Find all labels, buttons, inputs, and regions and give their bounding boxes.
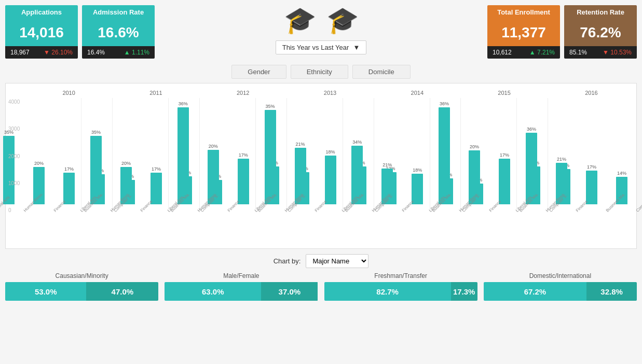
- applications-value: 14,016: [5, 19, 78, 46]
- year-label-2014: 2014: [375, 90, 459, 96]
- applications-footer: 18,967 ▼ 26.10%: [5, 46, 78, 59]
- ratio-bar: 53.0%47.0%: [5, 282, 158, 301]
- center-area: 🎓 🎓 This Year vs Last Year ▼: [159, 5, 483, 54]
- admission-header: Admission Rate: [82, 5, 155, 19]
- graduate-female-icon: 🎓: [284, 5, 316, 35]
- bar-col: 21%Human Reso.: [286, 98, 315, 212]
- bar-col: 18%Finance: [316, 98, 345, 212]
- bar-col: 17%Finance: [55, 98, 84, 212]
- ratio-label: Freshman/Transfer: [324, 272, 477, 279]
- year-selector[interactable]: This Year vs Last Year ▼: [276, 40, 367, 54]
- enrollment-card: Total Enrollment 11,377 10,612 ▲ 7.21%: [487, 5, 560, 59]
- retention-header: Retention Rate: [564, 5, 637, 19]
- bar-col: 17%Finance: [229, 98, 257, 212]
- ratio-bar: 67.2%32.8%: [484, 282, 637, 301]
- bar-col: 36%Liberal Arts: [169, 98, 197, 212]
- grad-icons: 🎓 🎓: [284, 5, 359, 35]
- bar-col: 17%Finance: [142, 98, 170, 212]
- ratio-card: Causasian/Minority53.0%47.0%: [5, 272, 158, 301]
- chart-by-select[interactable]: Major Name: [306, 254, 368, 268]
- ratio-right: 37.0%: [261, 282, 318, 301]
- bars-row-2016: 36%Liberal Arts21%Human Reso.17%Finance1…: [516, 98, 642, 212]
- retention-footer-left: 85.1%: [569, 49, 587, 56]
- ratio-left: 53.0%: [5, 282, 86, 301]
- bar-col: 36%Liberal Arts: [517, 98, 545, 212]
- ratio-left: 63.0%: [165, 282, 261, 301]
- bar-col: 20%Human Reso.: [460, 98, 489, 212]
- main-chart: 4000 3000 2000 1000 0 201035%Liberal Art…: [5, 83, 637, 249]
- tab-gender[interactable]: Gender: [231, 65, 286, 79]
- applications-footer-right: ▼ 26.10%: [44, 49, 73, 56]
- bar-col: 20%Human Reso.: [25, 98, 53, 212]
- ratio-label: Causasian/Minority: [5, 272, 158, 279]
- applications-header: Applications: [5, 5, 78, 19]
- ratio-card: Domestic/International67.2%32.8%: [484, 272, 637, 301]
- bar-col: 20%Human Reso.: [112, 98, 140, 212]
- bar-col: 36%Liberal Arts: [430, 98, 459, 212]
- year-selector-label: This Year vs Last Year: [282, 44, 349, 51]
- ratio-left: 82.7%: [324, 282, 451, 301]
- retention-card: Retention Rate 76.2% 85.1% ▼ 10.53%: [564, 5, 637, 59]
- tab-row: Gender Ethnicity Domicile: [5, 65, 637, 79]
- retention-value: 76.2%: [564, 19, 637, 46]
- bar-col: 18%Finance: [403, 98, 432, 212]
- bar-col: 34%Liberal Arts: [343, 98, 372, 212]
- year-label-2011: 2011: [114, 90, 198, 96]
- admission-footer-right: ▲ 1.11%: [124, 49, 149, 56]
- admission-footer-left: 16.4%: [87, 49, 105, 56]
- enrollment-footer-left: 10,612: [493, 49, 512, 56]
- enrollment-footer: 10,612 ▲ 7.21%: [487, 46, 560, 59]
- ratio-right: 47.0%: [86, 282, 158, 301]
- ratio-bar: 63.0%37.0%: [165, 282, 318, 301]
- ratio-row: Causasian/Minority53.0%47.0%Male/Female6…: [5, 272, 637, 301]
- retention-footer: 85.1% ▼ 10.53%: [564, 46, 637, 59]
- bar-col: 17%Finance: [577, 98, 606, 212]
- chart-bars-container: 201035%Liberal Arts20%Human Reso.17%Fina…: [8, 88, 634, 248]
- graduate-male-icon: 🎓: [326, 5, 359, 35]
- retention-footer-right: ▼ 10.53%: [603, 49, 632, 56]
- bar-col: 35%Liberal Arts: [256, 98, 284, 212]
- bar-col: 17%Finance: [490, 98, 519, 212]
- bar-col: 21%Human Reso.: [373, 98, 402, 212]
- year-group-2016: 201636%Liberal Arts21%Human Reso.17%Fina…: [549, 90, 634, 212]
- applications-footer-left: 18,967: [10, 49, 30, 56]
- chart-by-label: Chart by:: [274, 257, 301, 265]
- year-label-2016: 2016: [549, 90, 634, 96]
- enrollment-header: Total Enrollment: [487, 5, 560, 19]
- tab-domicile[interactable]: Domicile: [352, 65, 411, 79]
- year-label-2010: 2010: [26, 90, 111, 96]
- enrollment-footer-right: ▲ 7.21%: [529, 49, 555, 56]
- year-selector-arrow: ▼: [353, 44, 360, 51]
- ratio-label: Domestic/International: [484, 272, 637, 279]
- admission-card: Admission Rate 16.6% 16.4% ▲ 1.11%: [82, 5, 155, 59]
- admission-value: 16.6%: [82, 19, 155, 46]
- ratio-right: 17.3%: [451, 282, 477, 301]
- ratio-bar: 82.7%17.3%: [324, 282, 477, 301]
- ratio-card: Freshman/Transfer82.7%17.3%: [324, 272, 477, 301]
- ratio-left: 67.2%: [484, 282, 586, 301]
- year-label-2013: 2013: [288, 90, 372, 96]
- ratio-label: Male/Female: [165, 272, 318, 279]
- bar-col: 12%Computer S.: [637, 98, 642, 212]
- bar-col: 20%Human Reso.: [199, 98, 227, 212]
- bar-col: 35%Liberal Arts: [81, 98, 110, 212]
- ratio-card: Male/Female63.0%37.0%: [165, 272, 318, 301]
- admission-footer: 16.4% ▲ 1.11%: [82, 46, 155, 59]
- year-label-2012: 2012: [201, 90, 285, 96]
- bar-col: 21%Human Reso.: [547, 98, 576, 212]
- bar-col: 14%Business Ma.: [607, 98, 636, 212]
- year-label-2015: 2015: [462, 90, 547, 96]
- chart-by-row: Chart by: Major Name: [5, 254, 637, 268]
- enrollment-value: 11,377: [487, 19, 560, 46]
- applications-card: Applications 14,016 18,967 ▼ 26.10%: [5, 5, 78, 59]
- ratio-right: 32.8%: [586, 282, 637, 301]
- tab-ethnicity[interactable]: Ethnicity: [291, 65, 348, 79]
